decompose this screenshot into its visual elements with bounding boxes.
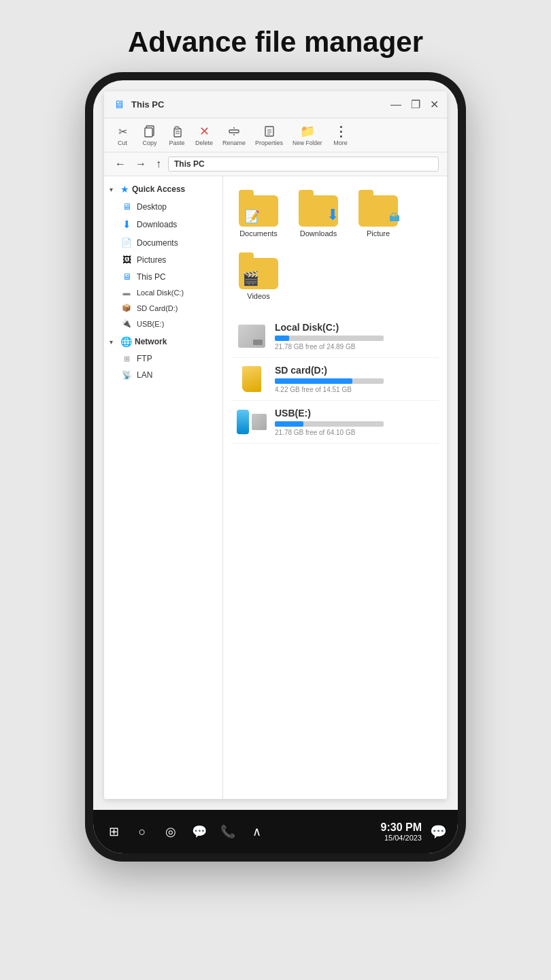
sidebar-downloads-label: Downloads bbox=[137, 220, 177, 229]
file-manager-window: 🖥 This PC — ❐ ✕ ✂ Cut Copy bbox=[104, 91, 447, 799]
window-app-icon: 🖥 bbox=[112, 98, 126, 112]
network-header[interactable]: ▾ 🌐 Network bbox=[104, 333, 222, 350]
sidebar-item-usb[interactable]: 🔌 USB(E:) bbox=[104, 316, 222, 331]
sidebar-item-downloads[interactable]: ⬇ Downloads bbox=[104, 215, 222, 234]
more-button[interactable]: ⋮ More bbox=[328, 121, 354, 149]
sd-card-free: 4.22 GB free of 14.51 GB bbox=[275, 386, 433, 393]
sidebar-item-documents[interactable]: 📄 Documents bbox=[104, 234, 222, 251]
status-phone-icon[interactable]: 📞 bbox=[218, 822, 237, 841]
usb-drive-body bbox=[252, 414, 267, 430]
network-icon: 🌐 bbox=[120, 336, 132, 347]
phone-frame: 🖥 This PC — ❐ ✕ ✂ Cut Copy bbox=[85, 72, 466, 862]
status-circle-icon[interactable]: ○ bbox=[133, 822, 152, 841]
sidebar-pictures-label: Pictures bbox=[137, 255, 166, 265]
rename-button[interactable]: Rename bbox=[218, 121, 250, 149]
documents-folder-icon: 📝 bbox=[237, 189, 280, 227]
phone-screen: 🖥 This PC — ❐ ✕ ✂ Cut Copy bbox=[93, 80, 458, 853]
folder-grid: 📝 Documents ⬇ Downloads bbox=[231, 184, 439, 304]
sidebar-item-local-disk[interactable]: ▬ Local Disk(C:) bbox=[104, 285, 222, 300]
sidebar-item-lan[interactable]: 📡 LAN bbox=[104, 367, 222, 383]
lan-icon: 📡 bbox=[120, 370, 133, 380]
doc-badge-icon: 📝 bbox=[245, 209, 260, 224]
page-title: Advance file manager bbox=[0, 0, 551, 72]
status-time: 9:30 PM bbox=[381, 821, 422, 834]
maximize-button[interactable]: ❐ bbox=[411, 99, 420, 110]
paste-label: Paste bbox=[169, 140, 184, 146]
close-button[interactable]: ✕ bbox=[430, 99, 439, 110]
minimize-button[interactable]: — bbox=[390, 99, 401, 110]
quick-access-chevron: ▾ bbox=[110, 186, 118, 193]
downloads-folder[interactable]: ⬇ Downloads bbox=[291, 184, 346, 242]
local-disk-info: Local Disk(C:) 21.78 GB free of 24.89 GB bbox=[275, 322, 433, 350]
forward-button[interactable]: → bbox=[133, 157, 149, 172]
window-title: This PC bbox=[131, 99, 390, 110]
status-chevron-icon[interactable]: ∧ bbox=[247, 822, 266, 841]
usb-info: USB(E:) 21.78 GB free of 64.10 GB bbox=[275, 408, 433, 436]
documents-folder-label: Documents bbox=[239, 229, 278, 238]
new-folder-button[interactable]: 📁 New Folder bbox=[288, 121, 326, 149]
location-bar[interactable]: This PC bbox=[168, 157, 439, 172]
sidebar-thispc-label: This PC bbox=[137, 272, 166, 282]
status-browser-icon[interactable]: ◎ bbox=[161, 822, 180, 841]
cut-label: Cut bbox=[118, 140, 127, 146]
sd-card-bar-wrap bbox=[275, 378, 384, 384]
videos-folder-icon: 🎬 bbox=[237, 251, 280, 289]
delete-button[interactable]: ✕ Delete bbox=[191, 121, 217, 149]
svg-rect-6 bbox=[229, 130, 239, 133]
sidebar-item-pictures[interactable]: 🖼 Pictures bbox=[104, 251, 222, 268]
disk-c-icon bbox=[238, 325, 265, 348]
ftp-icon: ⊞ bbox=[120, 355, 133, 363]
properties-icon bbox=[263, 124, 276, 139]
status-app-icons: ⊞ ○ ◎ 💬 📞 ∧ bbox=[104, 822, 373, 841]
sidebar-ftp-label: FTP bbox=[137, 354, 152, 363]
sd-card-drive-item[interactable]: SD card(D:) 4.22 GB free of 14.51 GB bbox=[231, 358, 439, 401]
paste-icon bbox=[171, 124, 183, 139]
properties-label: Properties bbox=[255, 140, 283, 146]
rename-icon bbox=[228, 124, 240, 139]
new-folder-label: New Folder bbox=[293, 140, 322, 146]
cut-icon: ✂ bbox=[118, 124, 127, 139]
picture-badge-icon: 🏔 bbox=[389, 212, 400, 224]
usb-free: 21.78 GB free of 64.10 GB bbox=[275, 429, 433, 436]
downloads-folder-label: Downloads bbox=[300, 229, 337, 238]
sidebar-item-desktop[interactable]: 🖥 Desktop bbox=[104, 198, 222, 215]
quick-access-header[interactable]: ▾ ★ Quick Access bbox=[104, 180, 222, 198]
sidebar-item-thispc[interactable]: 🖥 This PC bbox=[104, 268, 222, 285]
status-date: 15/04/2023 bbox=[381, 834, 422, 842]
local-disk-drive-item[interactable]: Local Disk(C:) 21.78 GB free of 24.89 GB bbox=[231, 315, 439, 358]
delete-icon: ✕ bbox=[199, 124, 210, 139]
status-chat-icon[interactable]: 💬 bbox=[190, 822, 209, 841]
sd-card-info: SD card(D:) 4.22 GB free of 14.51 GB bbox=[275, 365, 433, 393]
picture-folder-label: Picture bbox=[367, 229, 390, 238]
network-label: Network bbox=[135, 337, 167, 346]
copy-button[interactable]: Copy bbox=[137, 121, 163, 149]
local-disk-drive-icon bbox=[237, 323, 267, 349]
picture-folder-icon: 🏔 bbox=[356, 189, 400, 227]
properties-button[interactable]: Properties bbox=[251, 121, 287, 149]
status-grid-icon[interactable]: ⊞ bbox=[104, 822, 123, 841]
up-button[interactable]: ↑ bbox=[153, 157, 164, 172]
cut-button[interactable]: ✂ Cut bbox=[110, 121, 135, 149]
rename-label: Rename bbox=[222, 140, 246, 146]
documents-folder[interactable]: 📝 Documents bbox=[231, 184, 286, 242]
picture-folder[interactable]: 🏔 Picture bbox=[351, 184, 405, 242]
local-disk-bar-wrap bbox=[275, 336, 384, 341]
sidebar-item-sd-card[interactable]: 📦 SD Card(D:) bbox=[104, 300, 222, 316]
window-controls: — ❐ ✕ bbox=[390, 99, 439, 110]
status-time-block: 9:30 PM 15/04/2023 bbox=[381, 821, 422, 842]
sd-card-icon: 📦 bbox=[120, 304, 133, 312]
downloads-folder-icon: ⬇ bbox=[297, 189, 340, 227]
usb-drive-item[interactable]: USB(E:) 21.78 GB free of 64.10 GB bbox=[231, 401, 439, 444]
sidebar-local-disk-label: Local Disk(C:) bbox=[137, 289, 184, 297]
sidebar-item-ftp[interactable]: ⊞ FTP bbox=[104, 350, 222, 367]
sd-card-name: SD card(D:) bbox=[275, 365, 433, 376]
svg-rect-9 bbox=[265, 127, 273, 136]
videos-folder[interactable]: 🎬 Videos bbox=[231, 247, 286, 304]
sd-card-bar-fill bbox=[275, 378, 352, 384]
title-bar: 🖥 This PC — ❐ ✕ bbox=[104, 91, 447, 118]
copy-label: Copy bbox=[142, 140, 156, 146]
thispc-icon: 🖥 bbox=[120, 272, 133, 282]
paste-button[interactable]: Paste bbox=[164, 121, 190, 149]
status-notification-icon[interactable]: 💬 bbox=[430, 823, 447, 840]
back-button[interactable]: ← bbox=[112, 157, 129, 172]
